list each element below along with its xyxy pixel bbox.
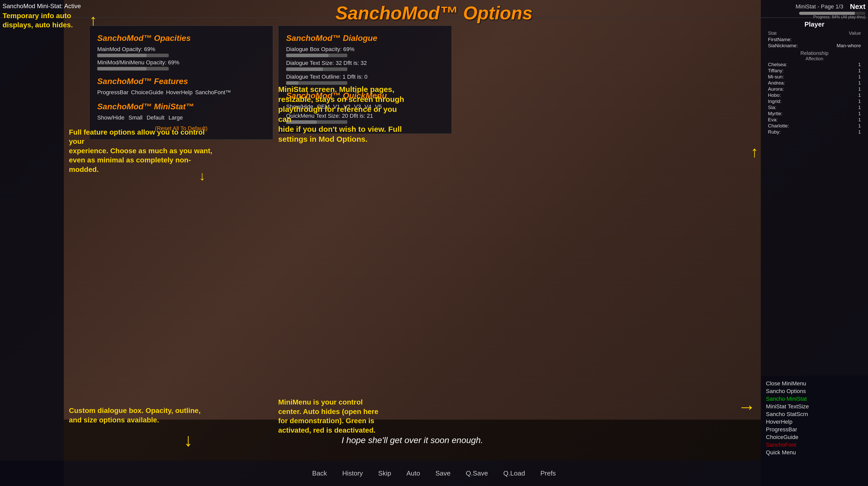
- stat-row: FirstName:: [766, 36, 863, 42]
- mainmod-opacity-label: MainMod Opacity: 69%: [97, 46, 265, 53]
- dialogue-text-size-label: Dialogue Text Size: 32 Dflt is: 32: [286, 60, 444, 66]
- ministat-size-btn[interactable]: Small: [128, 114, 143, 121]
- bottom-bar: BackHistorySkipAutoSaveQ.SaveQ.LoadPrefs: [0, 460, 868, 486]
- mini-menu-item[interactable]: Quick Menu: [766, 449, 863, 456]
- bottom-btn-qload[interactable]: Q.Load: [503, 469, 525, 477]
- mini-menu-item[interactable]: HoverHelp: [766, 418, 863, 426]
- center-annotation: Full feature options allow you to contro…: [69, 128, 217, 174]
- dialogue-title: SanchoMod™ Dialogue: [286, 33, 444, 43]
- character-row: Sia:1: [766, 105, 863, 111]
- bottom-right-annotation: MiniMenu is your controlcenter. Auto hid…: [278, 398, 378, 435]
- dialogue-box-opacity-slider[interactable]: [286, 54, 347, 57]
- dialogue-outline-label: Dialogue Text Outline: 1 Dflt is: 0: [286, 74, 444, 80]
- stat-col-header: Stat: [766, 30, 819, 36]
- bottom-btn-qsave[interactable]: Q.Save: [466, 469, 488, 477]
- ministat-size-btn[interactable]: Default: [147, 114, 164, 121]
- feature-btn[interactable]: SanchoFont™: [195, 89, 231, 96]
- right-arrow-mini-menu: →: [738, 397, 756, 417]
- options-panel-left: SanchoMod™ Opacities MainMod Opacity: 69…: [89, 26, 273, 140]
- dialogue-text: I hope she'll get over it soon enough.: [341, 435, 483, 445]
- ministat-size-row: Show/Hide SmallDefaultLarge: [97, 114, 265, 121]
- feature-btn[interactable]: HoverHelp: [166, 89, 192, 96]
- mini-menu-item[interactable]: ChoiceGuide: [766, 433, 863, 441]
- feature-btn[interactable]: ChoiceGuide: [131, 89, 163, 96]
- right-annotation: MiniStat screen. Multiple pages,resizabl…: [278, 84, 411, 144]
- player-panel-title: Player: [766, 21, 863, 28]
- character-row: Ingrid:1: [766, 98, 863, 105]
- affection-header: Affection: [766, 56, 863, 61]
- minimod-opacity-label: MiniMod/MiniMenu Opacity: 69%: [97, 59, 265, 66]
- character-row: Hobo:1: [766, 92, 863, 98]
- character-row: Charlotte:1: [766, 123, 863, 129]
- relationship-header: Relationship: [766, 50, 863, 56]
- ministat-page-label: MiniStat - Page 1/3: [796, 3, 843, 10]
- dialogue-outline-row: Dialogue Text Outline: 1 Dflt is: 0: [286, 74, 444, 85]
- stat-table: Stat Value FirstName:SiaNickname:Man-who…: [766, 30, 863, 49]
- ministat-active-label: SanchoMod Mini-Stat: Active: [3, 3, 97, 10]
- top-left-annotation: Temporary info auto displays, auto hides…: [3, 11, 84, 30]
- dialogue-box-opacity-fill: [286, 54, 329, 57]
- feature-buttons-container: ProgressBarChoiceGuideHoverHelpSanchoFon…: [97, 89, 265, 96]
- mini-menu-item[interactable]: SanchoFont: [766, 441, 863, 449]
- next-button[interactable]: Next: [850, 3, 865, 11]
- character-row: Myrtle:1: [766, 111, 863, 117]
- character-row: Andrea:1: [766, 80, 863, 86]
- character-row: Chelsea:1: [766, 61, 863, 68]
- bottom-btn-back[interactable]: Back: [312, 469, 327, 477]
- bottom-btn-auto[interactable]: Auto: [406, 469, 420, 477]
- main-title: SanchoMod™ Options: [336, 3, 533, 24]
- mainmod-opacity-slider[interactable]: [97, 54, 169, 57]
- character-row: Ruby:1: [766, 129, 863, 135]
- dialogue-text-size-slider[interactable]: [286, 67, 347, 71]
- progress-bar-fill: [799, 12, 855, 15]
- dialogue-box-opacity-row: Dialogue Box Opacity: 69%: [286, 46, 444, 57]
- ministat-showhide-btn[interactable]: Show/Hide: [97, 114, 124, 121]
- minimod-opacity-fill: [97, 67, 147, 70]
- mainmod-opacity-fill: [97, 54, 147, 57]
- character-row: Mi-sun:1: [766, 74, 863, 80]
- dialogue-text-size-fill: [286, 67, 323, 71]
- mini-menu-item[interactable]: Sancho MiniStat: [766, 395, 863, 403]
- ministat-title: SanchoMod™ MiniStat™: [97, 102, 265, 111]
- bottom-btn-save[interactable]: Save: [435, 469, 451, 477]
- value-col-header: Value: [819, 30, 863, 36]
- up-arrow-right: ↑: [751, 143, 758, 161]
- stat-row: SiaNickname:Man-whore: [766, 42, 863, 49]
- opacities-title: SanchoMod™ Opacities: [97, 33, 265, 43]
- mini-menu-item[interactable]: Sancho Options: [766, 388, 863, 395]
- dialogue-text-size-row: Dialogue Text Size: 32 Dflt is: 32: [286, 60, 444, 71]
- feature-btn[interactable]: ProgressBar: [97, 89, 128, 96]
- bottom-left-annotation: Custom dialogue box. Opacity, outline,an…: [69, 406, 200, 425]
- dialogue-area: I hope she'll get over it soon enough.: [64, 420, 761, 460]
- bottom-btn-skip[interactable]: Skip: [378, 469, 391, 477]
- ministat-size-btn[interactable]: Large: [168, 114, 183, 121]
- mainmod-opacity-row: MainMod Opacity: 69%: [97, 46, 265, 57]
- down-arrow-center: ↓: [199, 169, 206, 183]
- ministat-header: MiniStat - Page 1/3 Next Progress: 84% (…: [796, 3, 865, 20]
- character-row: Tiffany:1: [766, 68, 863, 74]
- down-arrow-bottom: ↓: [184, 430, 193, 450]
- minimod-opacity-row: MiniMod/MiniMenu Opacity: 69%: [97, 59, 265, 70]
- dialogue-box-opacity-label: Dialogue Box Opacity: 69%: [286, 46, 444, 53]
- mini-menu-item[interactable]: Close MiniMenu: [766, 380, 863, 388]
- character-table: Chelsea:1Tiffany:1Mi-sun:1Andrea:1Aurora…: [766, 61, 863, 135]
- left-panel: [0, 0, 64, 486]
- up-arrow-top-left: ↑: [89, 11, 97, 29]
- player-stat-panel: Player Stat Value FirstName:SiaNickname:…: [763, 18, 865, 138]
- bottom-btn-history[interactable]: History: [342, 469, 363, 477]
- character-row: Eva:1: [766, 117, 863, 123]
- character-row: Aurora:1: [766, 86, 863, 92]
- minimod-opacity-slider[interactable]: [97, 67, 169, 70]
- bottom-btn-prefs[interactable]: Prefs: [540, 469, 556, 477]
- mini-menu-item[interactable]: Sancho StatScrn: [766, 410, 863, 418]
- mini-menu: Close MiniMenuSancho OptionsSancho MiniS…: [761, 376, 868, 460]
- features-title: SanchoMod™ Features: [97, 77, 265, 86]
- mini-menu-item[interactable]: MiniStat TextSize: [766, 403, 863, 410]
- top-left-info: SanchoMod Mini-Stat: Active Temporary in…: [3, 3, 97, 30]
- mini-menu-item[interactable]: ProgressBar: [766, 426, 863, 433]
